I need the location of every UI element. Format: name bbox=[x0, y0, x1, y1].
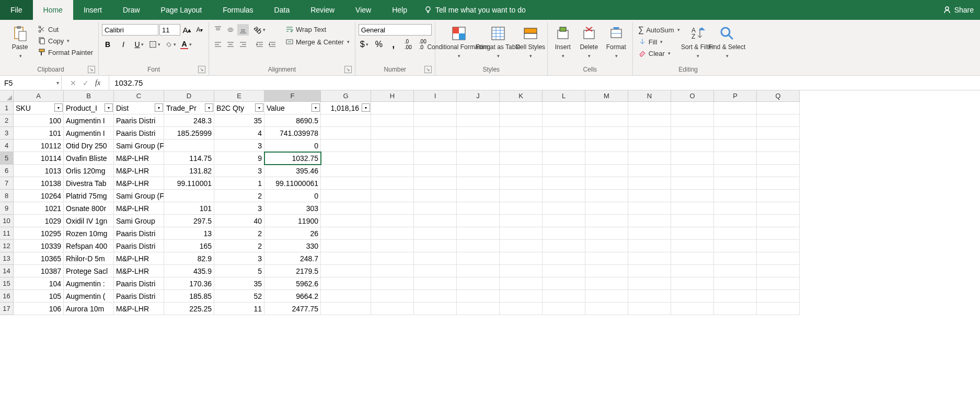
cell-L11[interactable] bbox=[543, 227, 585, 240]
cell-F14[interactable]: 2179.5 bbox=[264, 265, 321, 277]
tab-review[interactable]: Review bbox=[300, 0, 345, 20]
cell-C11[interactable]: Paaris Distri bbox=[114, 227, 164, 240]
cell-D2[interactable]: 248.3 bbox=[164, 114, 214, 127]
cell-M3[interactable] bbox=[585, 127, 628, 140]
cell-L13[interactable] bbox=[543, 252, 585, 265]
cell-F2[interactable]: 8690.5 bbox=[264, 114, 321, 127]
cell-N11[interactable] bbox=[628, 227, 671, 240]
cell-Q6[interactable] bbox=[757, 165, 800, 177]
conditional-formatting-button[interactable]: Conditional Formatting▾ bbox=[439, 24, 479, 60]
cell-M12[interactable] bbox=[585, 240, 628, 252]
cell-M2[interactable] bbox=[585, 114, 628, 127]
tab-help[interactable]: Help bbox=[382, 0, 418, 20]
cell-C4[interactable]: Sami Group (Farhat Ali)-I bbox=[114, 140, 164, 152]
cell-H5[interactable] bbox=[371, 152, 414, 165]
cells-area[interactable]: SKU▾Product_I▾Dist▾Trade_Pr▾B2C Qty▾Valu… bbox=[14, 102, 800, 315]
align-middle-button[interactable] bbox=[225, 24, 236, 36]
cell-I7[interactable] bbox=[414, 177, 457, 190]
cell-C15[interactable]: Paaris Distri bbox=[114, 277, 164, 290]
cell-P6[interactable] bbox=[714, 165, 757, 177]
cell-M13[interactable] bbox=[585, 252, 628, 265]
cell-P5[interactable] bbox=[714, 152, 757, 165]
cell-N10[interactable] bbox=[628, 215, 671, 227]
font-name-input[interactable] bbox=[102, 24, 158, 36]
cell-Q2[interactable] bbox=[757, 114, 800, 127]
row-header-9[interactable]: 9 bbox=[0, 202, 14, 215]
cell-D4[interactable] bbox=[164, 140, 214, 152]
cell-A4[interactable]: 10112 bbox=[14, 140, 64, 152]
cell-D11[interactable]: 13 bbox=[164, 227, 214, 240]
cell-A16[interactable]: 105 bbox=[14, 290, 64, 303]
cell-F3[interactable]: 741.039978 bbox=[264, 127, 321, 140]
cell-C12[interactable]: Paaris Distri bbox=[114, 240, 164, 252]
insert-function-icon[interactable]: fx bbox=[95, 79, 100, 87]
cell-K8[interactable] bbox=[500, 190, 543, 202]
cell-G10[interactable] bbox=[321, 215, 371, 227]
cell-E15[interactable]: 35 bbox=[214, 277, 264, 290]
cell-K15[interactable] bbox=[500, 277, 543, 290]
cell-Q15[interactable] bbox=[757, 277, 800, 290]
cell-K17[interactable] bbox=[500, 303, 543, 315]
cell-N15[interactable] bbox=[628, 277, 671, 290]
cell-O1[interactable] bbox=[671, 102, 714, 114]
cell-O17[interactable] bbox=[671, 303, 714, 315]
cell-O16[interactable] bbox=[671, 290, 714, 303]
row-header-15[interactable]: 15 bbox=[0, 277, 14, 290]
cell-Q17[interactable] bbox=[757, 303, 800, 315]
cell-H12[interactable] bbox=[371, 240, 414, 252]
name-box[interactable]: ▾ bbox=[0, 76, 62, 90]
cell-K14[interactable] bbox=[500, 265, 543, 277]
cell-Q1[interactable] bbox=[757, 102, 800, 114]
fill-color-button[interactable]: ▾ bbox=[165, 39, 176, 50]
column-header-G[interactable]: G bbox=[321, 90, 371, 102]
cell-B5[interactable]: Ovafin Bliste bbox=[64, 152, 114, 165]
cell-O15[interactable] bbox=[671, 277, 714, 290]
column-header-N[interactable]: N bbox=[628, 90, 671, 102]
row-header-17[interactable]: 17 bbox=[0, 303, 14, 315]
cell-N13[interactable] bbox=[628, 252, 671, 265]
name-box-dropdown[interactable]: ▾ bbox=[56, 80, 59, 86]
cell-G17[interactable] bbox=[321, 303, 371, 315]
cell-D9[interactable]: 101 bbox=[164, 202, 214, 215]
cell-B3[interactable]: Augmentin I bbox=[64, 127, 114, 140]
cell-I2[interactable] bbox=[414, 114, 457, 127]
cell-H8[interactable] bbox=[371, 190, 414, 202]
cell-E1[interactable]: B2C Qty▾ bbox=[214, 102, 264, 114]
cell-E10[interactable]: 40 bbox=[214, 215, 264, 227]
cell-I15[interactable] bbox=[414, 277, 457, 290]
cell-E8[interactable]: 2 bbox=[214, 190, 264, 202]
cell-N9[interactable] bbox=[628, 202, 671, 215]
tab-insert[interactable]: Insert bbox=[73, 0, 112, 20]
number-launcher[interactable]: ↘ bbox=[424, 66, 432, 73]
number-format-select[interactable] bbox=[359, 24, 432, 36]
tab-file[interactable]: File bbox=[0, 0, 33, 20]
cell-Q5[interactable] bbox=[757, 152, 800, 165]
cell-A14[interactable]: 10387 bbox=[14, 265, 64, 277]
cell-P16[interactable] bbox=[714, 290, 757, 303]
cell-I17[interactable] bbox=[414, 303, 457, 315]
tab-page-layout[interactable]: Page Layout bbox=[151, 0, 213, 20]
paste-button[interactable]: Paste▾ bbox=[6, 24, 33, 60]
cell-H2[interactable] bbox=[371, 114, 414, 127]
row-header-7[interactable]: 7 bbox=[0, 177, 14, 190]
cell-Q7[interactable] bbox=[757, 177, 800, 190]
increase-decimal-button[interactable]: .0.00 bbox=[402, 39, 414, 50]
cell-E11[interactable]: 2 bbox=[214, 227, 264, 240]
cell-C17[interactable]: M&P-LHR bbox=[114, 303, 164, 315]
cell-C14[interactable]: M&P-LHR bbox=[114, 265, 164, 277]
cell-K4[interactable] bbox=[500, 140, 543, 152]
column-header-D[interactable]: D bbox=[164, 90, 214, 102]
cell-G13[interactable] bbox=[321, 252, 371, 265]
column-header-K[interactable]: K bbox=[500, 90, 543, 102]
grow-font-button[interactable]: A▴ bbox=[181, 24, 193, 36]
cell-G6[interactable] bbox=[321, 165, 371, 177]
cell-O4[interactable] bbox=[671, 140, 714, 152]
cell-L8[interactable] bbox=[543, 190, 585, 202]
cell-P9[interactable] bbox=[714, 202, 757, 215]
cell-M4[interactable] bbox=[585, 140, 628, 152]
cell-K5[interactable] bbox=[500, 152, 543, 165]
insert-cells-button[interactable]: Insert▾ bbox=[551, 24, 575, 60]
cell-Q4[interactable] bbox=[757, 140, 800, 152]
cell-A2[interactable]: 100 bbox=[14, 114, 64, 127]
cell-L5[interactable] bbox=[543, 152, 585, 165]
